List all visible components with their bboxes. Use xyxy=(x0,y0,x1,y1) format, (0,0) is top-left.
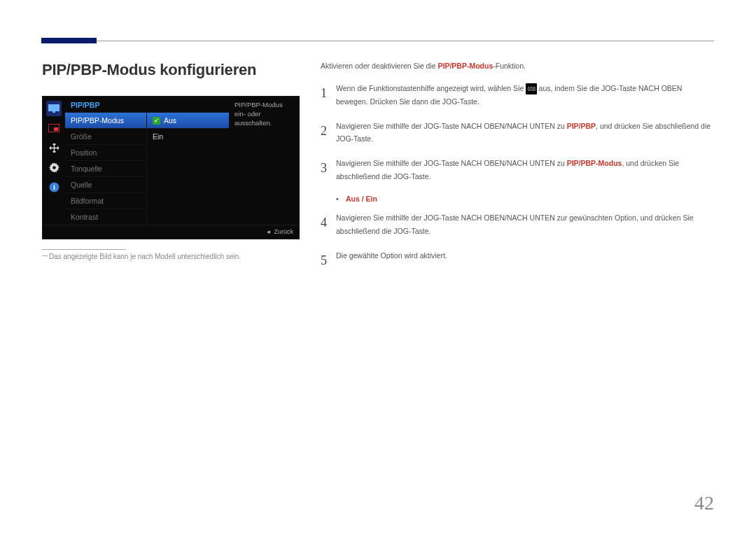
step-body: Wenn die Funktionstastenhilfe angezeigt … xyxy=(336,82,714,108)
bullet-text: Aus / Ein xyxy=(346,195,377,203)
move-icon xyxy=(46,140,62,155)
back-arrow-icon: ◄ xyxy=(266,229,272,235)
svg-rect-1 xyxy=(52,111,55,113)
osd-option-item: Ein xyxy=(147,128,229,144)
menu-inline-icon: ▯▯▯ xyxy=(526,83,536,94)
bullet-dot: • xyxy=(336,195,346,203)
intro-text: Aktivieren oder deaktivieren Sie die PIP… xyxy=(321,61,714,72)
intro-post: -Funktion. xyxy=(493,62,526,70)
step-item: Navigieren Sie mithilfe der JOG-Taste NA… xyxy=(321,157,714,183)
pip-icon xyxy=(46,120,62,136)
footnote: Das angezeigte Bild kann je nach Modell … xyxy=(42,253,300,260)
gear-icon xyxy=(46,160,62,175)
osd-tooltip: PIP/PBP-Modus ein- oder ausschalten. xyxy=(229,97,299,225)
osd-screenshot: i PIP/PBP PIP/PBP-Modus Größe Position T… xyxy=(42,96,300,239)
step-number xyxy=(321,211,336,238)
step-body: Navigieren Sie mithilfe der JOG-Taste NA… xyxy=(336,120,714,146)
footnote-separator xyxy=(42,249,126,250)
svg-point-5 xyxy=(52,166,55,169)
osd-back-label: Zurück xyxy=(274,228,293,235)
steps-list-continued: Navigieren Sie mithilfe der JOG-Taste NA… xyxy=(321,211,714,272)
page-number: 42 xyxy=(694,492,714,514)
steps-list: Wenn die Funktionstastenhilfe angezeigt … xyxy=(321,82,714,183)
monitor-icon xyxy=(46,101,62,116)
osd-menu-column: PIP/PBP PIP/PBP-Modus Größe Position Ton… xyxy=(65,97,147,225)
step-number xyxy=(321,157,336,183)
step-body: Navigieren Sie mithilfe der JOG-Taste NA… xyxy=(336,157,714,183)
step-number xyxy=(321,120,336,146)
step-body: Die gewählte Option wird aktiviert. xyxy=(336,249,714,272)
header-rule xyxy=(42,41,714,41)
svg-text:i: i xyxy=(53,183,55,191)
osd-option-item: ✓Aus xyxy=(147,112,229,128)
svg-rect-3 xyxy=(54,127,58,131)
step-number xyxy=(321,82,336,108)
osd-title: PIP/PBP xyxy=(65,97,147,112)
step-item: Navigieren Sie mithilfe der JOG-Taste NA… xyxy=(321,211,714,238)
info-icon: i xyxy=(46,179,62,195)
step-number xyxy=(321,249,336,272)
step-item: Die gewählte Option wird aktiviert. xyxy=(321,249,714,272)
svg-rect-0 xyxy=(48,104,59,111)
osd-option-label: Aus xyxy=(164,116,176,125)
osd-sidebar-icons: i xyxy=(43,97,65,225)
step-body: Navigieren Sie mithilfe der JOG-Taste NA… xyxy=(336,211,714,238)
osd-footer: ◄Zurück xyxy=(43,225,299,239)
osd-options-column: ✓Aus Ein xyxy=(147,97,229,225)
osd-menu-item: Position xyxy=(65,144,147,160)
osd-menu-item: Größe xyxy=(65,128,147,144)
step-item: Wenn die Funktionstastenhilfe angezeigt … xyxy=(321,82,714,108)
check-icon: ✓ xyxy=(153,117,160,125)
intro-highlight: PIP/PBP-Modus xyxy=(438,62,493,70)
step-item: Navigieren Sie mithilfe der JOG-Taste NA… xyxy=(321,120,714,146)
osd-menu-item: Kontrast xyxy=(65,209,147,225)
osd-menu-item: Tonquelle xyxy=(65,160,147,176)
option-bullet: • Aus / Ein xyxy=(336,195,714,203)
osd-menu-item: PIP/PBP-Modus xyxy=(65,112,147,128)
intro-pre: Aktivieren oder deaktivieren Sie die xyxy=(321,62,438,70)
osd-menu-item: Bildformat xyxy=(65,192,147,209)
osd-menu-item: Quelle xyxy=(65,176,147,192)
section-heading: PIP/PBP-Modus konfigurieren xyxy=(42,61,300,79)
